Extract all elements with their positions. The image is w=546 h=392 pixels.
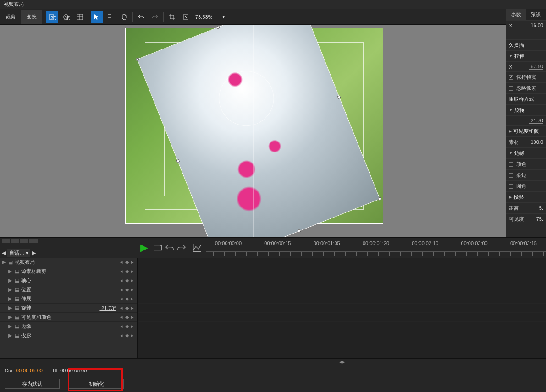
time-ruler[interactable]: 00:00:00:0000:00:00:1500:00:01:0500:00:0… <box>206 238 546 258</box>
prev-kf[interactable]: ◂ <box>119 259 124 265</box>
next-kf[interactable]: ▸ <box>130 268 135 274</box>
track-lane[interactable] <box>138 294 546 304</box>
tab-crop[interactable]: 裁剪 <box>0 10 21 24</box>
cur-time[interactable]: 00:00:05:00 <box>16 368 43 373</box>
track-header[interactable]: ▶⬓边缘◂◆▸ <box>0 322 137 331</box>
grid-button[interactable] <box>74 11 86 23</box>
next-kf[interactable]: ▸ <box>130 278 135 283</box>
track-lane[interactable] <box>138 258 546 267</box>
track-header[interactable]: ▶⬓轴心◂◆▸ <box>0 276 137 285</box>
next-kf[interactable]: ▸ <box>130 287 135 293</box>
value-material[interactable]: 100.0 <box>529 139 543 145</box>
add-kf[interactable]: ◆ <box>124 287 130 293</box>
checkbox-icon[interactable] <box>509 173 513 178</box>
zoom-display[interactable]: 73.53%▼ <box>195 14 226 20</box>
add-kf[interactable]: ◆ <box>124 278 130 283</box>
track-lane[interactable] <box>138 267 546 276</box>
next-kf[interactable]: ▸ <box>130 305 135 311</box>
delete-button[interactable] <box>180 11 192 23</box>
prev-kf[interactable]: ◂ <box>119 278 124 283</box>
tab-transform[interactable]: 变换 <box>21 10 42 24</box>
prev-kf[interactable]: ◂ <box>119 287 124 293</box>
value-stretch-x[interactable]: 67.50 <box>529 64 543 70</box>
track-lane[interactable] <box>138 304 546 313</box>
redo-kf-button[interactable] <box>176 243 187 253</box>
value-distance[interactable]: 5. <box>529 205 543 211</box>
undo-kf-button[interactable] <box>165 243 175 253</box>
resize-handle[interactable] <box>216 26 220 29</box>
expand-icon[interactable]: ▶ <box>8 296 14 302</box>
ttl-time[interactable]: 00:00:05:00 <box>60 368 87 373</box>
add-kf[interactable]: ◆ <box>124 305 130 311</box>
value-visibility2[interactable]: 75. <box>529 216 543 222</box>
section-shadow[interactable]: ▶投影 <box>506 191 546 202</box>
undo-button[interactable] <box>135 11 147 23</box>
keyframe-icon[interactable]: ⬓ <box>14 332 20 338</box>
next-kf[interactable]: ▸ <box>130 259 135 265</box>
save-default-button[interactable]: 存为默认 <box>5 379 60 389</box>
mode-3d-button[interactable]: 3D <box>60 11 72 23</box>
keyframe-icon[interactable]: ⬓ <box>14 278 20 283</box>
prop-edge-color[interactable]: 颜色 <box>506 158 546 169</box>
prop-ignore-par[interactable]: 忽略像素 <box>506 82 546 93</box>
prop-edge-round[interactable]: 圆角 <box>506 180 546 191</box>
prev-kf[interactable]: ◂ <box>119 268 124 274</box>
zoom-tool[interactable] <box>105 11 116 23</box>
track-header[interactable]: ▶⬓投影◂◆▸ <box>0 331 137 340</box>
keyframe-icon[interactable]: ⬓ <box>14 323 20 329</box>
checkbox-icon[interactable] <box>509 184 513 189</box>
next-kf[interactable]: ▸ <box>130 332 135 338</box>
select-tool[interactable] <box>91 11 103 23</box>
prev-button[interactable]: ◀ <box>2 250 6 256</box>
prev-kf[interactable]: ◂ <box>119 332 124 338</box>
value-rotation[interactable]: -21.70 <box>529 118 543 124</box>
video-frame[interactable] <box>125 28 383 224</box>
add-kf[interactable]: ◆ <box>124 332 130 338</box>
add-kf[interactable]: ◆ <box>124 259 130 265</box>
section-resample[interactable]: 重取样方式 <box>506 93 546 104</box>
track-header[interactable]: ▶⬓视频布局◂◆▸ <box>0 258 137 267</box>
track-header[interactable]: ▶⬓旋转-21.73°◂◆▸ <box>0 304 137 313</box>
loop-button[interactable] <box>153 243 163 253</box>
add-kf[interactable]: ◆ <box>124 268 130 274</box>
redo-button[interactable] <box>149 11 161 23</box>
rotation-handle[interactable] <box>211 63 282 134</box>
checkbox-icon[interactable] <box>509 162 513 167</box>
track-lane[interactable] <box>138 331 546 340</box>
section-stretch[interactable]: ▼拉伸 <box>506 50 546 61</box>
next-button[interactable]: ▶ <box>32 250 36 256</box>
graph-button[interactable] <box>192 243 202 253</box>
expand-icon[interactable]: ▶ <box>8 287 14 293</box>
play-button[interactable]: ▶ <box>140 242 148 254</box>
keyframe-icon[interactable]: ⬓ <box>14 305 20 311</box>
track-header[interactable]: ▶⬓源素材裁剪◂◆▸ <box>0 267 137 276</box>
reset-button[interactable]: 初始化 <box>69 379 124 389</box>
track-value[interactable]: -21.73° <box>99 305 119 311</box>
prop-edge-soft[interactable]: 柔边 <box>506 169 546 180</box>
keyframe-icon[interactable]: ⬓ <box>7 259 14 265</box>
section-visibility[interactable]: ▶可见度和颜 <box>506 125 546 136</box>
checkbox-icon[interactable] <box>509 75 513 80</box>
tab-presets[interactable]: 预设 <box>526 9 546 20</box>
keyframe-icon[interactable]: ⬓ <box>14 314 20 320</box>
crop-icon-button[interactable] <box>166 11 178 23</box>
prev-kf[interactable]: ◂ <box>119 296 124 302</box>
expand-icon[interactable]: ▶ <box>8 314 14 320</box>
section-rotation[interactable]: ▼旋转 <box>506 104 546 115</box>
resize-handle[interactable] <box>176 159 180 163</box>
prev-kf[interactable]: ◂ <box>119 305 124 311</box>
section-edge[interactable]: ▼边缘 <box>506 147 546 158</box>
mode-2d-button[interactable]: 2D <box>46 11 58 23</box>
prev-kf[interactable]: ◂ <box>119 314 124 320</box>
resize-handle[interactable] <box>136 58 139 61</box>
track-lane[interactable] <box>138 322 546 331</box>
expand-icon[interactable]: ▶ <box>2 259 7 265</box>
expand-icon[interactable]: ▶ <box>8 268 14 274</box>
resize-handle[interactable] <box>378 197 381 201</box>
add-kf[interactable]: ◆ <box>124 314 130 320</box>
tab-params[interactable]: 参数 <box>506 9 526 20</box>
hand-tool[interactable] <box>118 11 130 23</box>
keyframe-icon[interactable]: ⬓ <box>14 287 20 293</box>
expand-icon[interactable]: ▶ <box>8 323 14 329</box>
expand-icon[interactable]: ▶ <box>8 278 14 283</box>
